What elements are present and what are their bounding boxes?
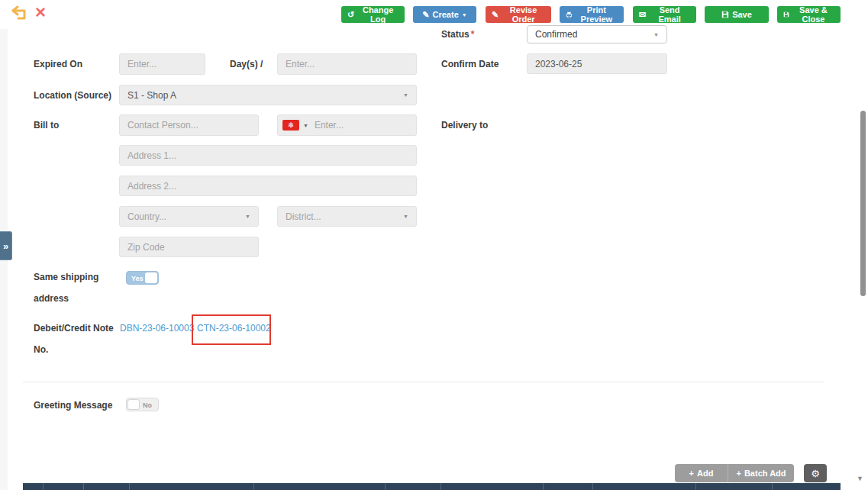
revise-order-button[interactable]: ✎ Revise Order — [486, 6, 551, 23]
double-chevron-right-icon: » — [3, 240, 8, 252]
caret-down-icon: ▼ — [403, 214, 408, 219]
floppy-icon — [783, 11, 789, 18]
section-divider — [23, 382, 824, 382]
same-shipping-toggle[interactable]: Yes — [126, 271, 159, 285]
location-source-label: Location (Source) — [34, 90, 111, 101]
location-source-select[interactable]: S1 - Shop A ▼ — [119, 85, 417, 105]
caret-down-icon[interactable]: ▼ — [303, 123, 308, 128]
send-email-button[interactable]: ✉ Send Email — [633, 6, 696, 23]
revise-order-label: Revise Order — [502, 5, 545, 24]
contact-person-input[interactable] — [119, 114, 259, 136]
print-preview-button[interactable]: Print Preview — [560, 6, 624, 23]
create-label: Create — [433, 10, 459, 19]
toggle-on-label: Yes — [131, 275, 144, 282]
add-button[interactable]: + Add — [675, 464, 728, 482]
country-placeholder: Country... — [127, 211, 166, 222]
save-label: Save — [732, 10, 752, 19]
caret-down-icon: ▼ — [653, 32, 659, 37]
bill-to-label: Bill to — [34, 120, 59, 131]
save-close-button[interactable]: Save & Close — [777, 6, 841, 23]
save-close-label: Save & Close — [792, 5, 834, 24]
toggle-knob — [145, 272, 157, 283]
send-email-label: Send Email — [649, 5, 690, 24]
hong-kong-flag-icon[interactable]: ✻ — [282, 120, 299, 131]
expired-date-input[interactable] — [277, 53, 417, 75]
back-icon[interactable] — [11, 5, 29, 21]
caret-down-icon: ▼ — [245, 214, 250, 219]
expired-on-label: Expired On — [34, 59, 82, 69]
toggle-knob — [127, 399, 140, 410]
pencil-icon: ✎ — [492, 11, 499, 19]
district-placeholder: District... — [286, 211, 321, 222]
top-toolbar: × ↺ Change Log ✎ Create ▼ ✎ Revise Order… — [0, 0, 868, 27]
required-asterisk: * — [471, 29, 475, 40]
district-select[interactable]: District... ▼ — [277, 206, 417, 227]
days-separator-label: Day(s) / — [230, 59, 263, 69]
same-shipping-label-line2: address — [34, 293, 69, 304]
confirm-date-value: 2023-06-25 — [535, 59, 582, 69]
location-source-value: S1 - Shop A — [127, 90, 176, 101]
batch-add-button[interactable]: + Batch Add — [728, 464, 794, 482]
change-log-button[interactable]: ↺ Change Log — [341, 6, 405, 23]
floppy-icon — [721, 11, 729, 18]
save-button[interactable]: Save — [705, 6, 769, 23]
greeting-message-toggle[interactable]: No — [126, 398, 159, 411]
status-value: Confirmed — [535, 29, 577, 40]
toggle-off-label: No — [143, 401, 152, 409]
debit-credit-note-label-line2: No. — [34, 344, 48, 355]
plus-icon: + — [736, 469, 741, 478]
batch-add-label: Batch Add — [744, 469, 786, 478]
address2-input[interactable] — [119, 176, 417, 196]
status-label: Status* — [441, 29, 474, 40]
debit-credit-note-label-line1: Debeit/Credit Note — [34, 323, 114, 334]
plus-icon: + — [689, 469, 694, 478]
table-settings-button[interactable]: ⚙ — [804, 464, 827, 482]
credit-note-link[interactable]: CTN-23-06-10002 — [197, 323, 271, 334]
status-select[interactable]: Confirmed ▼ — [527, 25, 667, 44]
debit-note-link[interactable]: DBN-23-06-10003 — [120, 323, 194, 334]
change-log-label: Change Log — [357, 5, 399, 24]
pencil-icon: ✎ — [422, 11, 429, 19]
greeting-message-label: Greeting Message — [34, 400, 112, 411]
sidebar-expand-button[interactable]: » — [0, 231, 12, 260]
scroll-down-arrow-icon[interactable]: ▼ — [857, 475, 863, 482]
create-button[interactable]: ✎ Create ▼ — [413, 6, 476, 23]
print-preview-label: Print Preview — [576, 5, 618, 24]
country-select[interactable]: Country... ▼ — [119, 206, 259, 227]
envelope-icon: ✉ — [639, 11, 646, 19]
printer-icon — [566, 11, 573, 19]
zip-code-input[interactable] — [119, 237, 259, 257]
caret-down-icon: ▼ — [403, 92, 408, 98]
address1-input[interactable] — [119, 145, 417, 166]
same-shipping-label-line1: Same shipping — [34, 272, 98, 282]
confirm-date-field: 2023-06-25 — [527, 53, 667, 74]
vertical-scrollbar-thumb[interactable] — [860, 111, 866, 296]
gear-icon: ⚙ — [811, 468, 820, 479]
phone-field: ✻ ▼ — [277, 114, 417, 136]
phone-input[interactable] — [313, 119, 411, 131]
confirm-date-label: Confirm Date — [441, 59, 499, 69]
caret-down-icon: ▼ — [462, 12, 467, 18]
close-icon[interactable]: × — [35, 2, 46, 23]
history-icon: ↺ — [347, 11, 354, 19]
items-table-header — [23, 483, 841, 490]
delivery-to-label: Delivery to — [441, 120, 488, 131]
expired-days-input[interactable] — [119, 53, 205, 75]
add-label: Add — [697, 469, 713, 478]
order-form-screen: × ↺ Change Log ✎ Create ▼ ✎ Revise Order… — [0, 0, 868, 490]
add-button-group: + Add + Batch Add — [675, 464, 794, 482]
